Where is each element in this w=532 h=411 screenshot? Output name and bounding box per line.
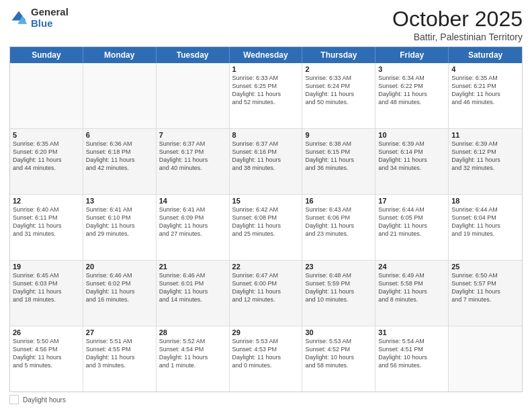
day-number: 2 (305, 65, 372, 73)
day-number: 21 (159, 263, 226, 271)
day-number: 7 (159, 131, 226, 139)
day-info: Sunrise: 6:43 AM Sunset: 6:06 PM Dayligh… (305, 205, 372, 238)
day-info: Sunrise: 6:49 AM Sunset: 5:58 PM Dayligh… (378, 271, 445, 304)
cal-cell: 23Sunrise: 6:48 AM Sunset: 5:59 PM Dayli… (302, 261, 375, 326)
day-info: Sunrise: 6:33 AM Sunset: 6:24 PM Dayligh… (305, 74, 372, 107)
logo-icon (9, 9, 28, 28)
cal-cell: 11Sunrise: 6:39 AM Sunset: 6:12 PM Dayli… (449, 129, 522, 194)
day-number: 22 (232, 263, 300, 271)
cal-cell: 22Sunrise: 6:47 AM Sunset: 6:00 PM Dayli… (230, 261, 303, 326)
cal-cell: 19Sunrise: 6:45 AM Sunset: 6:03 PM Dayli… (10, 261, 83, 326)
cal-cell: 4Sunrise: 6:35 AM Sunset: 6:21 PM Daylig… (449, 63, 522, 128)
week-row-3: 12Sunrise: 6:40 AM Sunset: 6:11 PM Dayli… (10, 194, 522, 260)
cal-cell: 8Sunrise: 6:37 AM Sunset: 6:16 PM Daylig… (230, 129, 303, 194)
day-info: Sunrise: 6:34 AM Sunset: 6:22 PM Dayligh… (378, 74, 445, 107)
day-header-monday: Monday (83, 47, 157, 63)
cal-cell: 30Sunrise: 5:53 AM Sunset: 4:52 PM Dayli… (302, 326, 375, 392)
cal-cell (157, 63, 230, 128)
day-number: 26 (13, 328, 80, 336)
cal-cell: 31Sunrise: 5:54 AM Sunset: 4:51 PM Dayli… (375, 326, 449, 392)
cal-cell: 15Sunrise: 6:42 AM Sunset: 6:08 PM Dayli… (230, 195, 303, 260)
cal-cell: 7Sunrise: 6:37 AM Sunset: 6:17 PM Daylig… (157, 129, 230, 194)
footer: Daylight hours (9, 395, 523, 404)
cal-cell: 25Sunrise: 6:50 AM Sunset: 5:57 PM Dayli… (449, 261, 522, 326)
cal-cell: 13Sunrise: 6:41 AM Sunset: 6:10 PM Dayli… (83, 195, 157, 260)
cal-cell: 26Sunrise: 5:50 AM Sunset: 4:56 PM Dayli… (10, 326, 83, 392)
cal-cell: 10Sunrise: 6:39 AM Sunset: 6:14 PM Dayli… (375, 129, 449, 194)
day-info: Sunrise: 5:52 AM Sunset: 4:54 PM Dayligh… (159, 337, 226, 370)
day-header-tuesday: Tuesday (157, 47, 230, 63)
cal-cell: 9Sunrise: 6:38 AM Sunset: 6:15 PM Daylig… (302, 129, 375, 194)
cal-cell: 20Sunrise: 6:46 AM Sunset: 6:02 PM Dayli… (83, 261, 157, 326)
day-info: Sunrise: 5:53 AM Sunset: 4:52 PM Dayligh… (305, 337, 372, 370)
day-info: Sunrise: 6:37 AM Sunset: 6:16 PM Dayligh… (232, 140, 300, 173)
day-info: Sunrise: 6:47 AM Sunset: 6:00 PM Dayligh… (232, 271, 300, 304)
day-number: 13 (86, 197, 153, 205)
day-number: 17 (378, 197, 445, 205)
day-info: Sunrise: 6:39 AM Sunset: 6:12 PM Dayligh… (451, 140, 519, 173)
day-number: 20 (86, 263, 153, 271)
cal-cell: 1Sunrise: 6:33 AM Sunset: 6:25 PM Daylig… (230, 63, 303, 128)
cal-cell (449, 326, 522, 392)
location: Battir, Palestinian Territory (392, 32, 523, 42)
day-number: 12 (13, 197, 80, 205)
header: General Blue October 2025 Battir, Palest… (9, 7, 523, 42)
day-info: Sunrise: 6:39 AM Sunset: 6:14 PM Dayligh… (378, 140, 445, 173)
day-number: 1 (232, 65, 300, 73)
day-number: 25 (451, 263, 519, 271)
day-info: Sunrise: 6:45 AM Sunset: 6:03 PM Dayligh… (13, 271, 80, 304)
day-number: 10 (378, 131, 445, 139)
cal-cell (83, 63, 157, 128)
title-block: October 2025 Battir, Palestinian Territo… (392, 7, 523, 42)
day-info: Sunrise: 6:46 AM Sunset: 6:02 PM Dayligh… (86, 271, 153, 304)
day-number: 24 (378, 263, 445, 271)
day-number: 29 (232, 328, 300, 336)
day-info: Sunrise: 6:35 AM Sunset: 6:20 PM Dayligh… (13, 140, 80, 173)
day-number: 18 (451, 197, 519, 205)
cal-cell: 6Sunrise: 6:36 AM Sunset: 6:18 PM Daylig… (83, 129, 157, 194)
cal-cell: 12Sunrise: 6:40 AM Sunset: 6:11 PM Dayli… (10, 195, 83, 260)
week-row-1: 1Sunrise: 6:33 AM Sunset: 6:25 PM Daylig… (10, 63, 522, 128)
day-info: Sunrise: 6:35 AM Sunset: 6:21 PM Dayligh… (451, 74, 519, 107)
logo-text: General Blue (31, 7, 69, 29)
day-number: 11 (451, 131, 519, 139)
day-info: Sunrise: 5:53 AM Sunset: 4:53 PM Dayligh… (232, 337, 300, 370)
cal-cell: 29Sunrise: 5:53 AM Sunset: 4:53 PM Dayli… (230, 326, 303, 392)
week-row-2: 5Sunrise: 6:35 AM Sunset: 6:20 PM Daylig… (10, 128, 522, 194)
cal-cell: 16Sunrise: 6:43 AM Sunset: 6:06 PM Dayli… (302, 195, 375, 260)
day-number: 16 (305, 197, 372, 205)
calendar: SundayMondayTuesdayWednesdayThursdayFrid… (9, 46, 523, 392)
day-number: 27 (86, 328, 153, 336)
day-info: Sunrise: 6:38 AM Sunset: 6:15 PM Dayligh… (305, 140, 372, 173)
cal-cell: 24Sunrise: 6:49 AM Sunset: 5:58 PM Dayli… (375, 261, 449, 326)
cal-cell: 5Sunrise: 6:35 AM Sunset: 6:20 PM Daylig… (10, 129, 83, 194)
cal-cell (10, 63, 83, 128)
day-info: Sunrise: 6:42 AM Sunset: 6:08 PM Dayligh… (232, 205, 300, 238)
day-number: 14 (159, 197, 226, 205)
day-header-friday: Friday (375, 47, 449, 63)
day-info: Sunrise: 6:46 AM Sunset: 6:01 PM Dayligh… (159, 271, 226, 304)
calendar-body: 1Sunrise: 6:33 AM Sunset: 6:25 PM Daylig… (10, 63, 522, 392)
cal-cell: 17Sunrise: 6:44 AM Sunset: 6:05 PM Dayli… (375, 195, 449, 260)
day-info: Sunrise: 6:41 AM Sunset: 6:10 PM Dayligh… (86, 205, 153, 238)
day-header-wednesday: Wednesday (230, 47, 303, 63)
day-number: 3 (378, 65, 445, 73)
cal-cell: 14Sunrise: 6:41 AM Sunset: 6:09 PM Dayli… (157, 195, 230, 260)
cal-cell: 28Sunrise: 5:52 AM Sunset: 4:54 PM Dayli… (157, 326, 230, 392)
month-title: October 2025 (392, 7, 523, 32)
day-number: 19 (13, 263, 80, 271)
day-number: 30 (305, 328, 372, 336)
day-number: 28 (159, 328, 226, 336)
day-header-saturday: Saturday (449, 47, 522, 63)
daylight-box (9, 395, 19, 404)
day-info: Sunrise: 5:51 AM Sunset: 4:55 PM Dayligh… (86, 337, 153, 370)
day-header-thursday: Thursday (302, 47, 375, 63)
cal-cell: 18Sunrise: 6:44 AM Sunset: 6:04 PM Dayli… (449, 195, 522, 260)
day-number: 8 (232, 131, 300, 139)
day-info: Sunrise: 6:40 AM Sunset: 6:11 PM Dayligh… (13, 205, 80, 238)
day-number: 31 (378, 328, 445, 336)
day-info: Sunrise: 6:36 AM Sunset: 6:18 PM Dayligh… (86, 140, 153, 173)
day-header-sunday: Sunday (10, 47, 83, 63)
week-row-4: 19Sunrise: 6:45 AM Sunset: 6:03 PM Dayli… (10, 260, 522, 326)
day-info: Sunrise: 5:50 AM Sunset: 4:56 PM Dayligh… (13, 337, 80, 370)
